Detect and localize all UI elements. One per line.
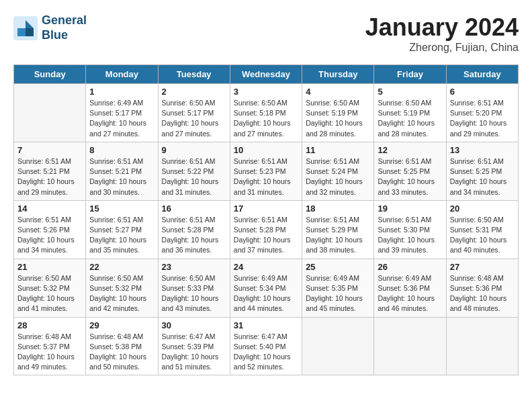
day-info: Sunrise: 6:50 AMSunset: 5:19 PMDaylight:… <box>306 98 370 139</box>
logo-icon <box>13 16 38 40</box>
calendar-cell <box>446 317 518 375</box>
calendar-week-row: 14Sunrise: 6:51 AMSunset: 5:26 PMDayligh… <box>14 200 519 259</box>
calendar-cell: 12Sunrise: 6:51 AMSunset: 5:25 PMDayligh… <box>374 142 446 200</box>
day-info: Sunrise: 6:49 AMSunset: 5:17 PMDaylight:… <box>89 98 154 139</box>
day-number: 29 <box>89 320 154 330</box>
day-number: 6 <box>450 87 515 97</box>
month-title: January 2024 <box>365 13 519 42</box>
calendar-week-row: 1Sunrise: 6:49 AMSunset: 5:17 PMDaylight… <box>14 84 519 142</box>
day-info: Sunrise: 6:51 AMSunset: 5:26 PMDaylight:… <box>17 215 82 256</box>
day-number: 26 <box>378 262 442 272</box>
weekday-header: Sunday <box>14 65 86 84</box>
svg-marker-3 <box>17 28 26 36</box>
weekday-header: Monday <box>86 65 158 84</box>
day-number: 10 <box>234 145 298 155</box>
calendar-cell: 14Sunrise: 6:51 AMSunset: 5:26 PMDayligh… <box>14 200 86 259</box>
day-number: 2 <box>162 87 226 97</box>
day-info: Sunrise: 6:51 AMSunset: 5:21 PMDaylight:… <box>89 156 154 197</box>
calendar-cell: 11Sunrise: 6:51 AMSunset: 5:24 PMDayligh… <box>302 142 374 200</box>
calendar-week-row: 28Sunrise: 6:48 AMSunset: 5:37 PMDayligh… <box>14 317 519 375</box>
day-number: 30 <box>162 320 226 330</box>
calendar-cell: 5Sunrise: 6:50 AMSunset: 5:19 PMDaylight… <box>374 84 446 142</box>
day-info: Sunrise: 6:51 AMSunset: 5:27 PMDaylight:… <box>89 215 154 256</box>
svg-marker-2 <box>26 28 34 36</box>
calendar-cell: 6Sunrise: 6:51 AMSunset: 5:20 PMDaylight… <box>446 84 518 142</box>
day-number: 28 <box>17 320 82 330</box>
day-info: Sunrise: 6:51 AMSunset: 5:21 PMDaylight:… <box>17 156 82 197</box>
day-info: Sunrise: 6:51 AMSunset: 5:22 PMDaylight:… <box>162 156 226 197</box>
day-number: 15 <box>89 203 154 214</box>
weekday-header: Saturday <box>446 65 518 84</box>
day-number: 23 <box>162 262 226 272</box>
weekday-header: Wednesday <box>230 65 302 84</box>
calendar-cell: 2Sunrise: 6:50 AMSunset: 5:17 PMDaylight… <box>158 84 230 142</box>
logo-text: General Blue <box>42 13 87 42</box>
calendar-table: SundayMondayTuesdayWednesdayThursdayFrid… <box>13 64 519 375</box>
day-number: 11 <box>306 145 370 155</box>
day-number: 19 <box>378 203 442 214</box>
day-info: Sunrise: 6:50 AMSunset: 5:32 PMDaylight:… <box>89 273 154 314</box>
day-info: Sunrise: 6:48 AMSunset: 5:37 PMDaylight:… <box>17 332 82 373</box>
day-info: Sunrise: 6:51 AMSunset: 5:25 PMDaylight:… <box>378 156 442 197</box>
day-info: Sunrise: 6:51 AMSunset: 5:28 PMDaylight:… <box>234 215 298 256</box>
day-info: Sunrise: 6:49 AMSunset: 5:36 PMDaylight:… <box>378 273 442 314</box>
day-info: Sunrise: 6:51 AMSunset: 5:24 PMDaylight:… <box>306 156 370 197</box>
calendar-cell: 19Sunrise: 6:51 AMSunset: 5:30 PMDayligh… <box>374 200 446 259</box>
calendar-cell: 29Sunrise: 6:48 AMSunset: 5:38 PMDayligh… <box>86 317 158 375</box>
day-info: Sunrise: 6:48 AMSunset: 5:38 PMDaylight:… <box>89 332 154 373</box>
day-number: 9 <box>162 145 226 155</box>
day-number: 16 <box>162 203 226 214</box>
day-info: Sunrise: 6:51 AMSunset: 5:29 PMDaylight:… <box>306 215 370 256</box>
calendar-cell: 9Sunrise: 6:51 AMSunset: 5:22 PMDaylight… <box>158 142 230 200</box>
weekday-header: Tuesday <box>158 65 230 84</box>
weekday-header: Thursday <box>302 65 374 84</box>
day-number: 3 <box>234 87 298 97</box>
title-section: January 2024 Zherong, Fujian, China <box>365 13 519 54</box>
day-info: Sunrise: 6:50 AMSunset: 5:19 PMDaylight:… <box>378 98 442 139</box>
day-info: Sunrise: 6:49 AMSunset: 5:35 PMDaylight:… <box>306 273 370 314</box>
calendar-cell: 8Sunrise: 6:51 AMSunset: 5:21 PMDaylight… <box>86 142 158 200</box>
calendar-cell <box>374 317 446 375</box>
day-info: Sunrise: 6:51 AMSunset: 5:30 PMDaylight:… <box>378 215 442 256</box>
calendar-cell: 25Sunrise: 6:49 AMSunset: 5:35 PMDayligh… <box>302 259 374 317</box>
day-info: Sunrise: 6:47 AMSunset: 5:40 PMDaylight:… <box>234 332 298 373</box>
calendar-cell: 30Sunrise: 6:47 AMSunset: 5:39 PMDayligh… <box>158 317 230 375</box>
calendar-cell: 10Sunrise: 6:51 AMSunset: 5:23 PMDayligh… <box>230 142 302 200</box>
page-header: General Blue January 2024 Zherong, Fujia… <box>13 13 519 54</box>
calendar-cell: 26Sunrise: 6:49 AMSunset: 5:36 PMDayligh… <box>374 259 446 317</box>
calendar-cell: 28Sunrise: 6:48 AMSunset: 5:37 PMDayligh… <box>14 317 86 375</box>
calendar-cell: 13Sunrise: 6:51 AMSunset: 5:25 PMDayligh… <box>446 142 518 200</box>
calendar-cell: 16Sunrise: 6:51 AMSunset: 5:28 PMDayligh… <box>158 200 230 259</box>
day-number: 24 <box>234 262 298 272</box>
day-number: 25 <box>306 262 370 272</box>
day-number: 21 <box>17 262 82 272</box>
day-number: 1 <box>89 87 154 97</box>
day-number: 14 <box>17 203 82 214</box>
day-info: Sunrise: 6:50 AMSunset: 5:18 PMDaylight:… <box>234 98 298 139</box>
day-number: 8 <box>89 145 154 155</box>
location: Zherong, Fujian, China <box>365 42 519 54</box>
day-info: Sunrise: 6:49 AMSunset: 5:34 PMDaylight:… <box>234 273 298 314</box>
calendar-cell: 1Sunrise: 6:49 AMSunset: 5:17 PMDaylight… <box>86 84 158 142</box>
calendar-cell: 3Sunrise: 6:50 AMSunset: 5:18 PMDaylight… <box>230 84 302 142</box>
logo: General Blue <box>13 13 87 42</box>
calendar-cell: 23Sunrise: 6:50 AMSunset: 5:33 PMDayligh… <box>158 259 230 317</box>
day-number: 12 <box>378 145 442 155</box>
day-number: 31 <box>234 320 298 330</box>
weekday-header-row: SundayMondayTuesdayWednesdayThursdayFrid… <box>14 65 519 84</box>
calendar-week-row: 7Sunrise: 6:51 AMSunset: 5:21 PMDaylight… <box>14 142 519 200</box>
calendar-cell: 7Sunrise: 6:51 AMSunset: 5:21 PMDaylight… <box>14 142 86 200</box>
calendar-cell: 27Sunrise: 6:48 AMSunset: 5:36 PMDayligh… <box>446 259 518 317</box>
calendar-cell: 17Sunrise: 6:51 AMSunset: 5:28 PMDayligh… <box>230 200 302 259</box>
day-info: Sunrise: 6:48 AMSunset: 5:36 PMDaylight:… <box>450 273 515 314</box>
day-info: Sunrise: 6:50 AMSunset: 5:31 PMDaylight:… <box>450 215 515 256</box>
weekday-header: Friday <box>374 65 446 84</box>
day-number: 5 <box>378 87 442 97</box>
day-info: Sunrise: 6:51 AMSunset: 5:25 PMDaylight:… <box>450 156 515 197</box>
day-info: Sunrise: 6:47 AMSunset: 5:39 PMDaylight:… <box>162 332 226 373</box>
day-info: Sunrise: 6:51 AMSunset: 5:23 PMDaylight:… <box>234 156 298 197</box>
day-number: 20 <box>450 203 515 214</box>
calendar-cell: 21Sunrise: 6:50 AMSunset: 5:32 PMDayligh… <box>14 259 86 317</box>
calendar-cell: 31Sunrise: 6:47 AMSunset: 5:40 PMDayligh… <box>230 317 302 375</box>
day-number: 27 <box>450 262 515 272</box>
